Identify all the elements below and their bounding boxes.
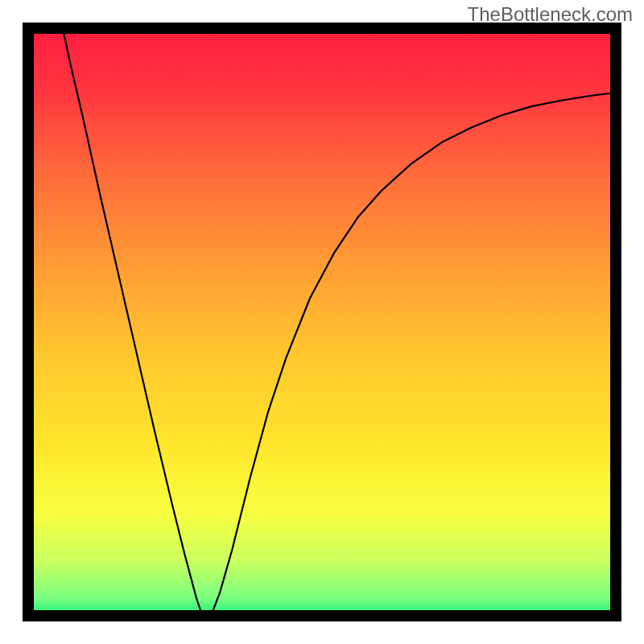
chart-container: TheBottleneck.com bbox=[0, 0, 644, 644]
plot-frame bbox=[23, 23, 621, 621]
gradient-bg bbox=[23, 23, 621, 621]
chart-svg bbox=[23, 23, 621, 621]
watermark-text: TheBottleneck.com bbox=[468, 3, 633, 26]
